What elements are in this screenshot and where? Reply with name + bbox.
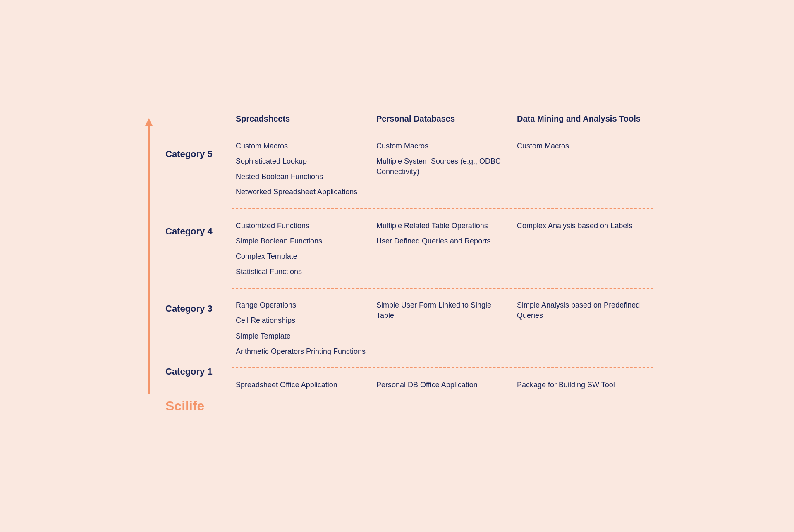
item-cat3-ss-4: Arithmetic Operators Printing Functions: [236, 346, 368, 357]
cell-cat4-personal-db: Multiple Related Table Operations User D…: [372, 221, 513, 277]
item-cat5-db-2: Multiple System Sources (e.g., ODBC Conn…: [376, 156, 509, 177]
item-cat4-db-2: User Defined Queries and Reports: [376, 236, 509, 246]
table-header: Spreadsheets Personal Databases Data Min…: [232, 114, 653, 129]
item-cat5-ss-2: Sophisticated Lookup: [236, 156, 368, 167]
item-cat4-db-1: Multiple Related Table Operations: [376, 221, 509, 231]
main-layout: Category 5 Category 4 Category 3 Categor…: [141, 114, 653, 394]
col-header-personal-db: Personal Databases: [372, 114, 513, 124]
item-cat5-ss-4: Networked Spreadsheet Applications: [236, 187, 368, 197]
cell-cat1-personal-db: Personal DB Office Application: [372, 380, 513, 390]
item-cat3-ss-2: Cell Relationships: [236, 315, 368, 326]
cell-cat4-data-mining: Complex Analysis based on Labels: [513, 221, 653, 277]
col-header-data-mining: Data Mining and Analysis Tools: [513, 114, 653, 124]
category-block-3: Category 3: [165, 269, 232, 349]
item-cat4-ss-3: Complex Template: [236, 251, 368, 262]
item-cat3-db-1: Simple User Form Linked to Single Table: [376, 300, 509, 321]
item-cat4-ss-1: Customized Functions: [236, 221, 368, 231]
arrow-head: [145, 118, 153, 126]
cell-cat3-personal-db: Simple User Form Linked to Single Table: [372, 300, 513, 357]
item-cat1-ss-1: Spreadsheet Office Application: [236, 380, 368, 390]
item-cat4-dm-1: Complex Analysis based on Labels: [517, 221, 649, 231]
category-block-4: Category 4: [165, 194, 232, 269]
cell-cat5-data-mining: Custom Macros: [513, 141, 653, 198]
category-label-3: Category 3: [165, 303, 213, 314]
cell-cat3-data-mining: Simple Analysis based on Predefined Quer…: [513, 300, 653, 357]
arrow-line: [148, 126, 150, 394]
category-label-4: Category 4: [165, 226, 213, 237]
item-cat5-db-1: Custom Macros: [376, 141, 509, 151]
item-cat5-ss-1: Custom Macros: [236, 141, 368, 151]
category-label-1: Category 1: [165, 366, 213, 377]
item-cat4-ss-4: Statistical Functions: [236, 267, 368, 277]
item-cat5-ss-3: Nested Boolean Functions: [236, 172, 368, 182]
cell-cat1-data-mining: Package for Building SW Tool: [513, 380, 653, 390]
arrow-column: [141, 114, 157, 394]
row-cat1: Spreadsheet Office Application Personal …: [232, 368, 653, 394]
category-block-5: Category 5: [165, 114, 232, 194]
row-cat5: Custom Macros Sophisticated Lookup Neste…: [232, 129, 653, 209]
item-cat4-ss-2: Simple Boolean Functions: [236, 236, 368, 246]
scilife-label: Scilife: [141, 398, 653, 418]
page-container: Category 5 Category 4 Category 3 Categor…: [108, 89, 686, 443]
cell-cat3-spreadsheets: Range Operations Cell Relationships Simp…: [232, 300, 372, 357]
row-cat4: Customized Functions Simple Boolean Func…: [232, 209, 653, 289]
cell-cat1-spreadsheets: Spreadsheet Office Application: [232, 380, 372, 390]
table-area: Spreadsheets Personal Databases Data Min…: [232, 114, 653, 394]
item-cat1-dm-1: Package for Building SW Tool: [517, 380, 649, 390]
cell-cat5-spreadsheets: Custom Macros Sophisticated Lookup Neste…: [232, 141, 372, 198]
item-cat5-dm-1: Custom Macros: [517, 141, 649, 151]
categories-column: Category 5 Category 4 Category 3 Categor…: [157, 114, 232, 394]
category-block-1: Category 1: [165, 348, 232, 394]
item-cat3-ss-1: Range Operations: [236, 300, 368, 310]
row-cat3: Range Operations Cell Relationships Simp…: [232, 289, 653, 368]
item-cat3-ss-3: Simple Template: [236, 331, 368, 341]
cell-cat5-personal-db: Custom Macros Multiple System Sources (e…: [372, 141, 513, 198]
table-body: Custom Macros Sophisticated Lookup Neste…: [232, 129, 653, 394]
left-panel: Category 5 Category 4 Category 3 Categor…: [141, 114, 232, 394]
item-cat1-db-1: Personal DB Office Application: [376, 380, 509, 390]
category-label-5: Category 5: [165, 149, 213, 160]
col-header-spreadsheets: Spreadsheets: [232, 114, 372, 124]
item-cat3-dm-1: Simple Analysis based on Predefined Quer…: [517, 300, 649, 321]
cell-cat4-spreadsheets: Customized Functions Simple Boolean Func…: [232, 221, 372, 277]
